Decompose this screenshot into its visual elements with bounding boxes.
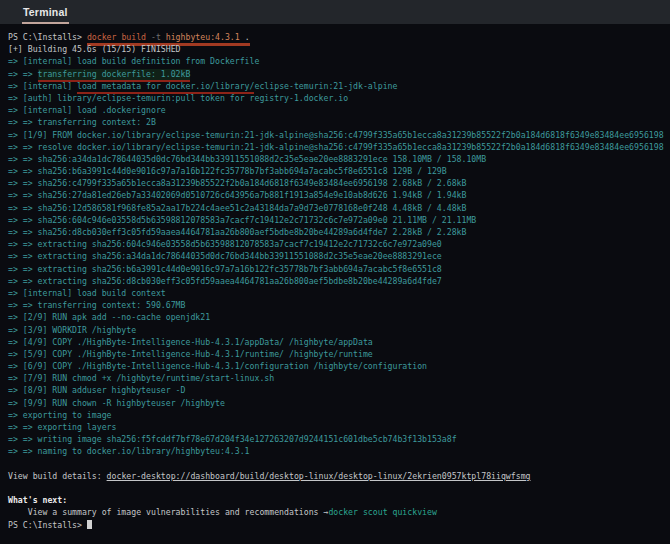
terminal-text: => => sha256:27da81ed26eb7a33402069d0510… (8, 190, 466, 200)
terminal-text: => => sha256:d8cb030eff3c05fd59aaea44647… (8, 227, 466, 237)
build-details-link[interactable]: docker-desktop://dashboard/build/desktop… (107, 471, 531, 481)
terminal-line: => [9/9] RUN chown -R highbyteuser /high… (8, 397, 668, 409)
terminal-line: => [2/9] RUN apk add --no-cache openjdk2… (8, 311, 668, 323)
terminal-line: => => transferring context: 2B (8, 116, 668, 128)
terminal-line (8, 458, 668, 470)
terminal-line: => [8/9] RUN adduser highbyteuser -D (8, 384, 668, 396)
terminal-line: => => extracting sha256:b6a3991c44d0e901… (8, 263, 668, 275)
terminal-text: => => exporting layers (8, 422, 116, 432)
terminal-line: View a summary of image vulnerabilities … (8, 506, 668, 518)
terminal-text: [+] Building 45.6s (15/15) FINISHED (8, 44, 181, 54)
terminal-text: => [9/9] RUN chown -R highbyteuser /high… (8, 398, 225, 408)
terminal-text: => [7/9] RUN chmod +x /highbyte/runtime/… (8, 373, 274, 383)
terminal-line: => [7/9] RUN chmod +x /highbyte/runtime/… (8, 372, 668, 384)
terminal-line: => [6/9] COPY ./HighByte-Intelligence-Hu… (8, 360, 668, 372)
terminal-line: => [internal] load build context (8, 287, 668, 299)
terminal-line: => [5/9] COPY ./HighByte-Intelligence-Hu… (8, 348, 668, 360)
docker-scout-command: docker scout quickview (328, 507, 436, 517)
terminal-text: => => extracting sha256:d8cb030eff3c05fd… (8, 276, 442, 286)
terminal-line: => => sha256:b6a3991c44d0e9016c97a7a16b1… (8, 165, 668, 177)
terminal-line: => [internal] load build definition from… (8, 55, 668, 67)
terminal-line: => => sha256:a34da1dc78644035d0dc76bd344… (8, 153, 668, 165)
terminal-text: => => sha256:604c946e03558d5b63598812078… (8, 215, 476, 225)
terminal-line: => => sha256:604c946e03558d5b63598812078… (8, 214, 668, 226)
text-cursor (87, 520, 92, 530)
terminal-text: => [8/9] RUN adduser highbyteuser -D (8, 385, 185, 395)
terminal-text: => => extracting sha256:604c946e03558d5b… (8, 239, 442, 249)
terminal-text: => [1/9] FROM docker.io/library/eclipse-… (8, 130, 664, 140)
terminal-line: => [internal] load metadata for docker.i… (8, 80, 668, 92)
terminal-text: => => sha256:b6a3991c44d0e9016c97a7a16b1… (8, 166, 447, 176)
terminal-line: => [4/9] COPY ./HighByte-Intelligence-Hu… (8, 336, 668, 348)
terminal-text: What's next: (8, 495, 67, 505)
terminal-line: => [internal] load .dockerignore (8, 104, 668, 116)
terminal-line: => [3/9] WORKDIR /highbyte (8, 324, 668, 336)
terminal-line: => => sha256:27da81ed26eb7a33402069d0510… (8, 189, 668, 201)
terminal-text: => [internal] load build context (8, 288, 166, 298)
terminal-text: => [6/9] COPY ./HighByte-Intelligence-Hu… (8, 361, 427, 371)
terminal-line: PS C:\Installs> docker build -t highbyte… (8, 31, 668, 43)
terminal-line: PS C:\Installs> (8, 519, 668, 531)
terminal-line: [+] Building 45.6s (15/15) FINISHED (8, 43, 668, 55)
terminal-text: => exporting to image (8, 410, 112, 420)
terminal-line: => => extracting sha256:604c946e03558d5b… (8, 238, 668, 250)
terminal-text: => => sha256:12d586581f968fe85a2aa17b224… (8, 203, 466, 213)
terminal-line: => => sha256:d8cb030eff3c05fd59aaea44647… (8, 226, 668, 238)
terminal-text: View build details: (8, 471, 107, 481)
terminal-text: => => transferring context: 2B (8, 117, 156, 127)
terminal-line (8, 482, 668, 494)
terminal-text: => [2/9] RUN apk add --no-cache openjdk2… (8, 312, 210, 322)
tab-terminal[interactable]: Terminal (22, 2, 69, 24)
terminal-line: => => transferring context: 590.67MB (8, 299, 668, 311)
terminal-text: => => transferring context: 590.67MB (8, 300, 185, 310)
terminal-text: => [auth] library/eclipse-temurin:pull t… (8, 93, 348, 103)
terminal-text: => => resolve docker.io/library/eclipse-… (8, 142, 664, 152)
terminal-text: eclipse-temurin:21-jdk-alpine (254, 81, 397, 91)
terminal-text: => [internal] (8, 81, 77, 91)
terminal-text: => [3/9] WORKDIR /highbyte (8, 325, 136, 335)
terminal-line: => => sha256:c4799f335a65b1ecca8a31239b8… (8, 177, 668, 189)
terminal-line: => exporting to image (8, 409, 668, 421)
terminal-text: => [4/9] COPY ./HighByte-Intelligence-Hu… (8, 337, 373, 347)
terminal-line: What's next: (8, 494, 668, 506)
terminal-line: => => resolve docker.io/library/eclipse-… (8, 141, 668, 153)
terminal-line: => => extracting sha256:d8cb030eff3c05fd… (8, 275, 668, 287)
terminal-text: => => (8, 69, 38, 79)
terminal-line: => => exporting layers (8, 421, 668, 433)
terminal-line: View build details: docker-desktop://das… (8, 470, 668, 482)
terminal-text: => => writing image sha256:f5fcddf7bf78e… (8, 434, 457, 444)
terminal-line: => => naming to docker.io/library/highby… (8, 445, 668, 457)
terminal-line: => [auth] library/eclipse-temurin:pull t… (8, 92, 668, 104)
terminal-text: . (245, 32, 250, 46)
terminal-line: => => extracting sha256:a34da1dc78644035… (8, 250, 668, 262)
terminal-text: => => naming to docker.io/library/highby… (8, 446, 250, 456)
terminal-line: => => writing image sha256:f5fcddf7bf78e… (8, 433, 668, 445)
terminal-line: => => transferring dockerfile: 1.02kB (8, 68, 668, 80)
terminal-panel-tabbar: Terminal (0, 0, 670, 24)
terminal-text: => => sha256:c4799f335a65b1ecca8a31239b8… (8, 178, 466, 188)
terminal-text: => [internal] load .dockerignore (8, 105, 166, 115)
prompt: PS C:\Installs> (8, 32, 87, 42)
terminal-text: View a summary of image vulnerabilities … (8, 507, 328, 517)
terminal-line: => [1/9] FROM docker.io/library/eclipse-… (8, 129, 668, 141)
terminal-text: => => extracting sha256:b6a3991c44d0e901… (8, 264, 442, 274)
terminal-output[interactable]: PS C:\Installs> docker build -t highbyte… (0, 24, 670, 531)
terminal-text: => [5/9] COPY ./HighByte-Intelligence-Hu… (8, 349, 373, 359)
terminal-line: => => sha256:12d586581f968fe85a2aa17b224… (8, 202, 668, 214)
terminal-text: => => sha256:a34da1dc78644035d0dc76bd344… (8, 154, 486, 164)
prompt: PS C:\Installs> (8, 520, 87, 530)
terminal-text: => => extracting sha256:a34da1dc78644035… (8, 251, 442, 261)
terminal-text: => [internal] load build definition from… (8, 56, 259, 66)
